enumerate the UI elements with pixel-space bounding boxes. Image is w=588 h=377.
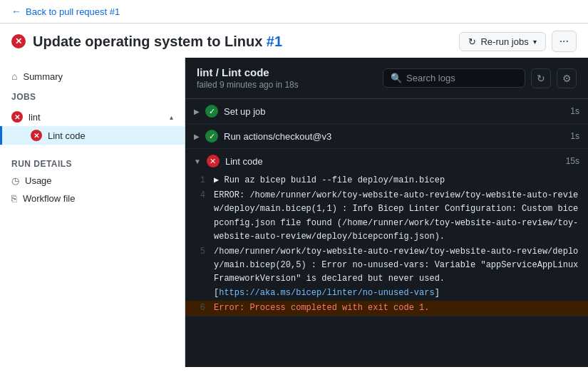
run-details-label: Run details bbox=[0, 153, 185, 172]
step-checkout: ▶ ✓ Run actions/checkout@v3 1s bbox=[185, 124, 588, 149]
step-lint-error-icon: ✕ bbox=[207, 155, 220, 167]
usage-label: Usage bbox=[25, 175, 52, 186]
sidebar-item-summary[interactable]: ⌂ Summary bbox=[0, 66, 185, 86]
step-checkout-left: ▶ ✓ Run actions/checkout@v3 bbox=[194, 130, 331, 143]
line-num-1: 1 bbox=[185, 174, 214, 187]
step-setup-chevron-icon: ▶ bbox=[194, 108, 200, 115]
jobs-section-label: Jobs bbox=[0, 86, 185, 105]
log-lines: 1 ▶ Run az bicep build --file deploy/mai… bbox=[185, 173, 588, 316]
refresh-icon: ↻ bbox=[537, 73, 545, 84]
log-title-text: lint / Lint code bbox=[197, 66, 299, 78]
file-icon: ⎘ bbox=[11, 193, 17, 204]
top-bar: ← Back to pull request #1 bbox=[0, 0, 588, 24]
step-checkout-header[interactable]: ▶ ✓ Run actions/checkout@v3 1s bbox=[185, 124, 588, 148]
log-subtitle-text: failed 9 minutes ago in 18s bbox=[197, 80, 299, 90]
sidebar: ⌂ Summary Jobs ✕ lint ▴ ✕ Lint code Run … bbox=[0, 58, 185, 367]
workflow-file-label: Workflow file bbox=[23, 193, 75, 204]
search-input[interactable] bbox=[406, 73, 517, 83]
job-lint-label: lint bbox=[29, 112, 41, 123]
more-icon: ··· bbox=[559, 35, 569, 47]
line-num-4: 4 bbox=[185, 189, 214, 202]
linter-link[interactable]: https://aka.ms/bicep/linter/no-unused-va… bbox=[219, 288, 434, 298]
sub-job-label: Lint code bbox=[48, 130, 86, 141]
log-panel: lint / Lint code failed 9 minutes ago in… bbox=[185, 58, 588, 367]
step-setup-left: ▶ ✓ Set up job bbox=[194, 105, 266, 118]
log-header-right: 🔍 ↻ ⚙ bbox=[383, 68, 577, 88]
title-actions: ↻ Re-run jobs ▾ ··· bbox=[459, 31, 577, 52]
main-layout: ⌂ Summary Jobs ✕ lint ▴ ✕ Lint code Run … bbox=[0, 58, 588, 367]
page-title-text: Update operating system to Linux bbox=[33, 33, 262, 49]
job-lint[interactable]: ✕ lint ▴ bbox=[0, 108, 185, 126]
job-lint-chevron-icon: ▴ bbox=[170, 113, 173, 121]
step-checkout-chevron-icon: ▶ bbox=[194, 133, 200, 140]
more-options-button[interactable]: ··· bbox=[552, 31, 577, 52]
title-error-icon: ✕ bbox=[11, 34, 26, 48]
step-lint-left: ▼ ✕ Lint code bbox=[194, 155, 263, 167]
step-lint: ▼ ✕ Lint code 15s 1 ▶ Run az bicep build… bbox=[185, 149, 588, 316]
line-content-5: /home/runner/work/toy-website-auto-revie… bbox=[214, 245, 588, 300]
log-body: ▶ ✓ Set up job 1s ▶ ✓ Run actions/checko… bbox=[185, 99, 588, 367]
sub-job-lint-code[interactable]: ✕ Lint code bbox=[0, 126, 185, 145]
rerun-jobs-button[interactable]: ↻ Re-run jobs ▾ bbox=[459, 32, 545, 51]
refresh-button[interactable]: ↻ bbox=[531, 68, 551, 88]
step-setup-name: Set up job bbox=[224, 106, 266, 117]
step-lint-name: Lint code bbox=[225, 156, 263, 167]
job-lint-error-icon: ✕ bbox=[11, 111, 23, 123]
log-title-block: lint / Lint code failed 9 minutes ago in… bbox=[197, 66, 299, 90]
log-header: lint / Lint code failed 9 minutes ago in… bbox=[185, 58, 588, 99]
job-lint-left: ✕ lint bbox=[11, 111, 41, 123]
clock-icon: ◷ bbox=[11, 175, 19, 186]
step-lint-duration: 15s bbox=[566, 156, 579, 166]
back-arrow-icon: ← bbox=[11, 6, 21, 17]
step-setup: ▶ ✓ Set up job 1s bbox=[185, 99, 588, 124]
back-link-label: Back to pull request #1 bbox=[26, 6, 120, 17]
line-num-6: 6 bbox=[185, 301, 214, 315]
page-title-issue-num: #1 bbox=[267, 33, 282, 49]
table-row: 4 ERROR: /home/runner/work/toy-website-a… bbox=[185, 188, 588, 244]
line-content-6: Error: Process completed with exit code … bbox=[214, 301, 438, 315]
search-box: 🔍 bbox=[383, 68, 525, 88]
step-checkout-success-icon: ✓ bbox=[205, 130, 218, 143]
step-lint-chevron-down-icon: ▼ bbox=[194, 157, 201, 165]
table-row: 1 ▶ Run az bicep build --file deploy/mai… bbox=[185, 173, 588, 188]
step-setup-success-icon: ✓ bbox=[205, 105, 218, 118]
settings-button[interactable]: ⚙ bbox=[557, 68, 577, 88]
summary-label: Summary bbox=[23, 71, 63, 82]
rerun-chevron-icon: ▾ bbox=[533, 38, 537, 46]
line-content-4: ERROR: /home/runner/work/toy-website-aut… bbox=[214, 189, 588, 244]
step-checkout-name: Run actions/checkout@v3 bbox=[224, 131, 331, 142]
sub-job-error-icon: ✕ bbox=[31, 130, 42, 141]
line-content-1: ▶ Run az bicep build --file deploy/main.… bbox=[214, 174, 453, 187]
step-lint-header[interactable]: ▼ ✕ Lint code 15s bbox=[185, 149, 588, 173]
table-row: 5 /home/runner/work/toy-website-auto-rev… bbox=[185, 244, 588, 301]
jobs-list: ✕ lint ▴ ✕ Lint code bbox=[0, 108, 185, 145]
table-row: 6 Error: Process completed with exit cod… bbox=[185, 301, 588, 316]
page-title: Update operating system to Linux #1 bbox=[33, 33, 282, 50]
run-details-section: Run details ◷ Usage ⎘ Workflow file bbox=[0, 153, 185, 207]
sidebar-item-workflow-file[interactable]: ⎘ Workflow file bbox=[0, 190, 185, 207]
back-link[interactable]: ← Back to pull request #1 bbox=[11, 6, 577, 17]
gear-icon: ⚙ bbox=[562, 73, 572, 84]
search-icon: 🔍 bbox=[391, 73, 402, 83]
rerun-icon: ↻ bbox=[468, 36, 476, 47]
step-setup-duration: 1s bbox=[570, 106, 579, 116]
step-checkout-duration: 1s bbox=[570, 131, 579, 141]
line-num-5: 5 bbox=[185, 245, 214, 259]
sidebar-item-usage[interactable]: ◷ Usage bbox=[0, 172, 185, 190]
title-row: ✕ Update operating system to Linux #1 ↻ … bbox=[0, 24, 588, 58]
step-setup-header[interactable]: ▶ ✓ Set up job 1s bbox=[185, 99, 588, 123]
rerun-label: Re-run jobs bbox=[480, 36, 528, 47]
home-icon: ⌂ bbox=[11, 71, 17, 82]
